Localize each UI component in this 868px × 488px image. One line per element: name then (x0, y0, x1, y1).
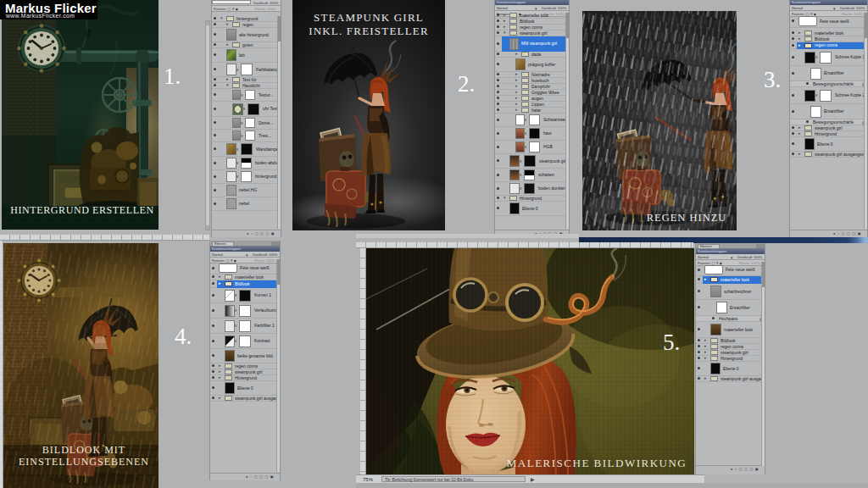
svg-text:EINSTELLUNGSEBENEN: EINSTELLUNGSEBENEN (19, 456, 149, 468)
svg-text:STEAMPUNK GIRL: STEAMPUNK GIRL (314, 11, 424, 24)
svg-text:HINTERGRUND ERSTELLEN: HINTERGRUND ERSTELLEN (10, 204, 154, 216)
svg-text:MALERISCHE BILDWIRKUNG: MALERISCHE BILDWIRKUNG (507, 457, 687, 469)
svg-text:REGEN HINZU: REGEN HINZU (647, 212, 727, 224)
svg-text:5.: 5. (663, 330, 680, 355)
svg-text:BILDLOOK MIT: BILDLOOK MIT (42, 444, 125, 456)
svg-text:INKL. FREISTELLER: INKL. FREISTELLER (309, 25, 429, 37)
